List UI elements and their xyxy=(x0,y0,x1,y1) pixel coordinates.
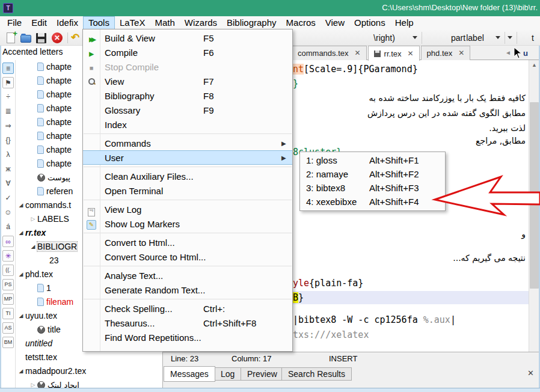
save-icon-glyph xyxy=(36,33,46,43)
user-command-label: 3: bibtex8 xyxy=(306,183,369,193)
cyrillic-icon[interactable]: ж xyxy=(2,164,14,175)
delimiters-icon[interactable]: {} xyxy=(2,135,14,146)
menubar-item-options[interactable]: Options xyxy=(349,16,390,30)
menubar-item-help[interactable]: Help xyxy=(390,16,419,30)
tree-item-label: پيوست xyxy=(48,173,70,182)
collapse-icon[interactable]: ◢ xyxy=(17,202,25,208)
code-segment: txs:///xelatex xyxy=(293,329,369,340)
logic-icon[interactable]: ∀ xyxy=(2,178,14,189)
open-icon[interactable] xyxy=(20,32,32,44)
tree-item-madadpour2-tex[interactable]: ◢madadpour2.tex xyxy=(16,364,162,378)
toolbar-combo-label[interactable]: label xyxy=(445,32,515,44)
menubar-item-latex[interactable]: LaTeX xyxy=(115,16,150,30)
misc-text-icon[interactable]: ☺ xyxy=(2,207,14,218)
toolbar-combo-right[interactable]: \right) xyxy=(358,32,420,44)
panel-tab-search-results[interactable]: Search Results xyxy=(281,367,352,381)
menubar-item-edit[interactable]: Edit xyxy=(26,16,52,30)
panel-close-icon[interactable]: ✕ xyxy=(527,369,534,378)
menu-item-thesaurus[interactable]: Thesaurus...Ctrl+Shift+F8 xyxy=(83,316,292,330)
menu-item-analyse-text[interactable]: Analyse Text... xyxy=(83,268,292,283)
file-icon xyxy=(37,63,44,71)
menu-item-convert-source-to-html[interactable]: Convert Source to Html... xyxy=(83,250,292,264)
file-icon xyxy=(37,76,44,85)
relations-icon[interactable]: ≣ xyxy=(2,106,14,117)
collapse-icon[interactable]: ◢ xyxy=(17,313,25,319)
menu-item-check-spelling[interactable]: Check Spelling...Ctrl+: xyxy=(83,301,292,316)
file-icon xyxy=(37,159,44,168)
expand-icon[interactable]: ▷ xyxy=(29,216,37,222)
panel-tab-log[interactable]: Log xyxy=(214,367,241,381)
panel-tab-messages[interactable]: Messages xyxy=(164,366,215,382)
menubar-item-math[interactable]: Math xyxy=(150,16,179,30)
symbol-palette: ≡⚑÷≣⇒{}λж∀✓☺á∞✳((.PSMPTIASBM xyxy=(1,60,16,388)
menubar-item-view[interactable]: View xyxy=(321,16,349,30)
menu-item-user[interactable]: User▶ xyxy=(83,150,292,165)
bookmark-icon[interactable]: ⚑ xyxy=(2,77,14,88)
bm-panel-icon[interactable]: BM xyxy=(2,337,14,348)
menu-item-commands[interactable]: Commands▶ xyxy=(83,136,292,150)
menu-item-glossary[interactable]: GlossaryF9 xyxy=(83,103,292,117)
menu-item-generate-random-text[interactable]: Generate Random Text... xyxy=(83,283,292,297)
menubar-item-bibliography[interactable]: Bibliography xyxy=(222,16,281,30)
menubar-item-file[interactable]: File xyxy=(2,16,26,30)
tab-close-icon[interactable]: ✕ xyxy=(408,47,414,61)
tab-close-icon[interactable]: ✕ xyxy=(355,46,361,60)
editor-tab-commands-tex[interactable]: commands.tex✕ xyxy=(292,46,367,60)
menubar-item-idefix[interactable]: Idefix xyxy=(52,16,83,30)
menu-item-view-log[interactable]: logView Log xyxy=(83,202,292,216)
tree-item-tetstt-tex[interactable]: tetstt.tex xyxy=(16,351,162,364)
brackets-panel-icon[interactable]: ((. xyxy=(2,265,14,276)
menu-item-find-word-repetitions[interactable]: Find Word Repetitions... xyxy=(83,330,292,345)
asterisk-panel-icon[interactable]: ✳ xyxy=(2,250,14,262)
mp-panel-icon[interactable]: MP xyxy=(2,293,14,305)
menu-item-build-view[interactable]: ▶▶Build & ViewF5 xyxy=(83,31,292,45)
as-panel-icon[interactable]: AS xyxy=(2,322,14,334)
menu-item-clean-auxiliary-files[interactable]: Clean Auxiliary Files... xyxy=(83,169,292,183)
accented-letters-icon[interactable]: á xyxy=(2,221,14,233)
collapse-icon[interactable]: ◢ xyxy=(29,243,37,250)
editor-tab-rr-tex[interactable]: rr.tex✕ xyxy=(368,46,420,61)
menu-item-convert-to-html[interactable]: Convert to Html... xyxy=(83,235,292,250)
undo-icon[interactable]: ↶ xyxy=(71,32,83,44)
partial-tab-label[interactable]: u xyxy=(523,49,528,58)
save-icon[interactable] xyxy=(36,32,48,44)
menu-item-open-terminal[interactable]: Open Terminal xyxy=(83,183,292,198)
infinity-panel-icon[interactable]: ∞ xyxy=(2,236,14,247)
misc-math-icon[interactable]: ✓ xyxy=(2,192,14,204)
menubar-item-tools[interactable]: Tools xyxy=(83,16,115,30)
close-icon[interactable]: ✕ xyxy=(52,32,64,44)
menu-item-shortcut: Ctrl+: xyxy=(203,304,281,314)
scroll-up-icon[interactable]: ▲ xyxy=(529,60,539,70)
collapse-icon[interactable]: ◢ xyxy=(17,368,25,374)
user-command-label: 1: gloss xyxy=(306,155,369,165)
arrows-icon[interactable]: ⇒ xyxy=(2,120,14,132)
menu-item-index[interactable]: Index xyxy=(83,117,292,132)
panel-tab-preview[interactable]: Preview xyxy=(241,367,284,381)
tree-item-label-box: chapte xyxy=(46,131,72,141)
combo-separator xyxy=(517,32,517,44)
user-command-label: 4: xexebibxe xyxy=(306,197,369,207)
menu-item-show-log-markers[interactable]: ✎Show Log Markers xyxy=(83,216,292,231)
toolbar-combo-t[interactable]: t xyxy=(532,32,539,44)
new-file-icon[interactable] xyxy=(5,32,17,44)
operators-icon[interactable]: ÷ xyxy=(2,91,14,103)
tab-scroll-left-icon[interactable]: ◄ xyxy=(504,47,512,58)
collapse-icon[interactable]: ◢ xyxy=(17,230,25,236)
editor-line: نتيجه می گيريم كه... xyxy=(453,251,526,265)
collapse-icon[interactable]: ◢ xyxy=(17,271,25,277)
menubar-item-macros[interactable]: Macros xyxy=(281,16,321,30)
editor-tab-phd-tex[interactable]: phd.tex✕ xyxy=(421,46,471,60)
menu-item-bibliography[interactable]: BibliographyF8 xyxy=(83,88,292,103)
menubar-item-wizards[interactable]: Wizards xyxy=(180,16,222,30)
greek-icon[interactable]: λ xyxy=(2,149,14,161)
window-titlebar[interactable]: T C:\Users\shm\Desktop\New folder (13)\b… xyxy=(0,0,540,16)
tab-close-icon[interactable]: ✕ xyxy=(458,46,464,60)
build-icon: ▶▶ xyxy=(83,33,100,43)
ps-panel-icon[interactable]: PS xyxy=(2,279,14,290)
ti-panel-icon[interactable]: TI xyxy=(2,308,14,319)
symbol-panel-header[interactable]: Accented letters xyxy=(2,47,63,57)
structure-icon[interactable]: ≡ xyxy=(2,63,14,74)
menu-item-compile[interactable]: ▶CompileF6 xyxy=(83,45,292,60)
menu-item-view[interactable]: ViewF7 xyxy=(83,74,292,88)
tree-item-label-box: commands.t xyxy=(25,200,71,210)
